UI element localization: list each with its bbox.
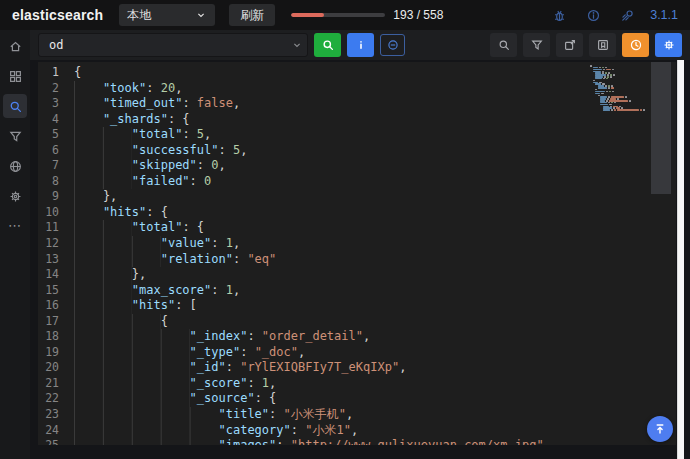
line-number: 1 — [38, 65, 74, 81]
code-line[interactable]: 19"_type": "_doc", — [38, 345, 676, 361]
code-line[interactable]: 22"_source": { — [38, 391, 676, 407]
search-icon — [497, 38, 511, 52]
code-line[interactable]: 4"_shards": { — [38, 112, 676, 128]
indent-guides — [74, 81, 103, 97]
line-number: 16 — [38, 298, 74, 314]
line-number: 21 — [38, 376, 74, 392]
sidebar: ⋯ — [0, 30, 30, 459]
copy-icon — [563, 38, 577, 52]
run-search-button[interactable] — [314, 33, 341, 57]
code-line[interactable]: 20"_id": "rYlEXIQBFIy7T_eKqIXp", — [38, 360, 676, 376]
version-label: 3.1.1 — [650, 8, 678, 22]
filter-icon — [8, 129, 23, 144]
line-number: 8 — [38, 174, 74, 190]
code-line[interactable]: 21"_score": 1, — [38, 376, 676, 392]
filter-result-button[interactable] — [523, 33, 550, 57]
code-line[interactable]: 2"took": 20, — [38, 81, 676, 97]
bookmark-button[interactable] — [589, 33, 616, 57]
line-number: 12 — [38, 236, 74, 252]
sidebar-item-search[interactable] — [3, 94, 27, 118]
code-line[interactable]: 11"total": { — [38, 220, 676, 236]
line-number: 23 — [38, 407, 74, 423]
back-to-top-button[interactable] — [647, 416, 673, 442]
code-line[interactable]: 14}, — [38, 267, 676, 283]
connection-select[interactable]: 本地 — [119, 4, 215, 26]
code-line[interactable]: 12"value": 1, — [38, 236, 676, 252]
indent-guides — [74, 298, 132, 314]
minimap[interactable] — [590, 65, 646, 111]
search-input-wrap[interactable] — [38, 33, 308, 57]
code-line[interactable]: 15"max_score": 1, — [38, 283, 676, 299]
search-icon — [8, 99, 23, 114]
sidebar-item-settings[interactable] — [3, 184, 27, 208]
line-number: 5 — [38, 127, 74, 143]
refresh-button[interactable]: 刷新 — [229, 4, 275, 26]
info-icon[interactable] — [584, 6, 602, 24]
indent-guides — [74, 236, 161, 252]
line-number: 2 — [38, 81, 74, 97]
bug-icon[interactable] — [550, 6, 568, 24]
indent-guides — [74, 267, 132, 283]
code-line[interactable]: 24"category": "小米1", — [38, 423, 676, 439]
line-number: 19 — [38, 345, 74, 361]
chevron-down-icon — [195, 9, 207, 21]
info-icon — [354, 38, 368, 52]
sidebar-item-indices[interactable] — [3, 64, 27, 88]
gear-icon — [662, 38, 676, 52]
indent-guides — [74, 407, 218, 423]
search-input[interactable] — [49, 38, 291, 52]
code-line[interactable]: 6"successful": 5, — [38, 143, 676, 159]
page-scrollbar[interactable] — [677, 60, 684, 459]
find-in-result-button[interactable] — [490, 33, 517, 57]
code-line[interactable]: 10"hits": { — [38, 205, 676, 221]
indent-guides — [74, 189, 103, 205]
json-editor[interactable]: 1{2"took": 20,3"timed_out": false,4"_sha… — [38, 62, 676, 445]
line-number: 4 — [38, 112, 74, 128]
bookmark-icon — [596, 38, 610, 52]
code-line[interactable]: 3"timed_out": false, — [38, 96, 676, 112]
sidebar-item-filter[interactable] — [3, 124, 27, 148]
code-line[interactable]: 16"hits": [ — [38, 298, 676, 314]
minus-circle-icon — [386, 38, 400, 52]
indent-guides — [74, 314, 161, 330]
disable-highlight-button[interactable] — [380, 34, 405, 56]
code-line[interactable]: 7"skipped": 0, — [38, 158, 676, 174]
indent-guides — [74, 205, 103, 221]
request-progress-bar — [291, 13, 385, 17]
settings-button[interactable] — [655, 33, 682, 57]
sidebar-item-cluster[interactable] — [3, 154, 27, 178]
code-line[interactable]: 1{ — [38, 65, 676, 81]
sidebar-item-more[interactable]: ⋯ — [3, 214, 27, 238]
line-number: 9 — [38, 189, 74, 205]
search-icon — [321, 38, 335, 52]
code-line[interactable]: 18"_index": "order_detail", — [38, 329, 676, 345]
code-line[interactable]: 23"title": "小米手机", — [38, 407, 676, 423]
code-line[interactable]: 8"failed": 0 — [38, 174, 676, 190]
indent-guides — [74, 360, 190, 376]
sidebar-item-home[interactable] — [3, 34, 27, 58]
code-line[interactable]: 13"relation": "eq" — [38, 252, 676, 268]
history-button[interactable] — [622, 33, 649, 57]
editor-scrollbar-thumb[interactable] — [651, 62, 671, 194]
line-number: 14 — [38, 267, 74, 283]
apps-grid-icon — [8, 69, 23, 84]
progress-fill — [291, 13, 324, 17]
query-info-button[interactable] — [347, 33, 374, 57]
code-line[interactable]: 9}, — [38, 189, 676, 205]
connection-value: 本地 — [127, 7, 151, 24]
indent-guides — [74, 438, 218, 445]
top-arrow-icon — [653, 422, 667, 436]
code-line[interactable]: 17{ — [38, 314, 676, 330]
indent-guides — [74, 112, 103, 128]
indent-guides — [74, 329, 190, 345]
line-number: 6 — [38, 143, 74, 159]
copy-result-button[interactable] — [556, 33, 583, 57]
line-number: 20 — [38, 360, 74, 376]
code-line[interactable]: 25"images": "http://www.gulixueyuan.com/… — [38, 438, 676, 445]
line-number: 7 — [38, 158, 74, 174]
comet-icon[interactable] — [618, 6, 636, 24]
progress-label: 193 / 558 — [393, 8, 443, 22]
chevron-down-icon[interactable] — [291, 39, 303, 51]
globe-icon — [8, 159, 23, 174]
code-line[interactable]: 5"total": 5, — [38, 127, 676, 143]
